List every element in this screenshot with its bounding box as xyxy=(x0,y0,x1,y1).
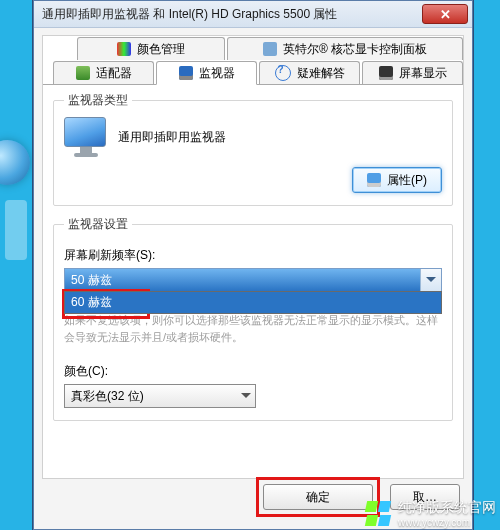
close-button[interactable]: ✕ xyxy=(422,4,468,24)
monitor-type-name: 通用即插即用监视器 xyxy=(118,129,226,146)
tab-adapter[interactable]: 适配器 xyxy=(53,61,154,84)
refresh-rate-option[interactable]: 60 赫兹 xyxy=(65,292,441,313)
properties-button[interactable]: 属性(P) xyxy=(352,167,442,193)
color-depth-combobox[interactable]: 真彩色(32 位) xyxy=(64,384,256,408)
window-title: 通用即插即用监视器 和 Intel(R) HD Graphics 5500 属性 xyxy=(42,6,422,23)
help-icon xyxy=(275,65,291,81)
refresh-rate-selected: 50 赫兹 xyxy=(65,269,421,291)
tab-row-upper: 颜色管理 英特尔® 核芯显卡控制面板 xyxy=(43,36,463,60)
desktop-window-hint xyxy=(5,200,27,260)
tab-label: 英特尔® 核芯显卡控制面板 xyxy=(283,41,427,58)
display-icon xyxy=(379,66,393,80)
refresh-rate-dropdown: 60 赫兹 xyxy=(64,291,442,314)
monitor-icon xyxy=(179,66,193,80)
tab-monitor[interactable]: 监视器 xyxy=(156,61,257,85)
color-depth-label: 颜色(C): xyxy=(64,363,442,380)
intel-icon xyxy=(263,42,277,56)
refresh-rate-combobox[interactable]: 50 赫兹 60 赫兹 xyxy=(64,268,442,292)
tab-label: 适配器 xyxy=(96,65,132,82)
adapter-icon xyxy=(76,66,90,80)
group-legend: 监视器设置 xyxy=(64,216,132,233)
tab-label: 屏幕显示 xyxy=(399,65,447,82)
tab-label: 颜色管理 xyxy=(137,41,185,58)
annotation-highlight: 确定 xyxy=(256,477,380,517)
watermark-logo-icon xyxy=(366,501,392,527)
ok-button[interactable]: 确定 xyxy=(263,484,373,510)
chevron-down-icon[interactable] xyxy=(420,269,441,291)
group-legend: 监视器类型 xyxy=(64,92,132,109)
tab-color-management[interactable]: 颜色管理 xyxy=(77,37,225,60)
properties-dialog: 通用即插即用监视器 和 Intel(R) HD Graphics 5500 属性… xyxy=(33,0,473,530)
titlebar: 通用即插即用监视器 和 Intel(R) HD Graphics 5500 属性… xyxy=(34,1,472,28)
color-depth-selected: 真彩色(32 位) xyxy=(71,388,144,405)
properties-button-label: 属性(P) xyxy=(387,172,427,189)
desktop-orb-hint xyxy=(0,140,30,185)
watermark: 纯净版系统官网 www.ycwzy.com xyxy=(366,499,496,528)
tab-intel-panel[interactable]: 英特尔® 核芯显卡控制面板 xyxy=(227,37,463,60)
color-mgmt-icon xyxy=(117,42,131,56)
tab-label: 监视器 xyxy=(199,65,235,82)
hide-modes-note: 如果不复选该项，则你可以选择那些该监视器无法正常显示的显示模式。这样会导致无法显… xyxy=(64,312,442,345)
tab-page-monitor: 监视器类型 通用即插即用监视器 属性(P) 监视器设置 屏幕刷新频率(S): xyxy=(53,88,453,472)
watermark-url: www.ycwzy.com xyxy=(398,517,496,528)
group-monitor-settings: 监视器设置 屏幕刷新频率(S): 50 赫兹 60 赫兹 如果不复 xyxy=(53,216,453,421)
dialog-body: 颜色管理 英特尔® 核芯显卡控制面板 适配器 监视器 疑难解答 xyxy=(42,35,464,479)
tab-troubleshoot[interactable]: 疑难解答 xyxy=(259,61,360,84)
properties-button-icon xyxy=(367,173,381,187)
tab-row-lower: 适配器 监视器 疑难解答 屏幕显示 xyxy=(43,60,463,85)
monitor-picture-icon xyxy=(64,117,108,157)
tab-label: 疑难解答 xyxy=(297,65,345,82)
tab-screen-display[interactable]: 屏幕显示 xyxy=(362,61,463,84)
watermark-brand: 纯净版系统官网 xyxy=(398,499,496,515)
group-monitor-type: 监视器类型 通用即插即用监视器 属性(P) xyxy=(53,92,453,206)
close-icon: ✕ xyxy=(440,8,451,21)
refresh-rate-label: 屏幕刷新频率(S): xyxy=(64,247,442,264)
